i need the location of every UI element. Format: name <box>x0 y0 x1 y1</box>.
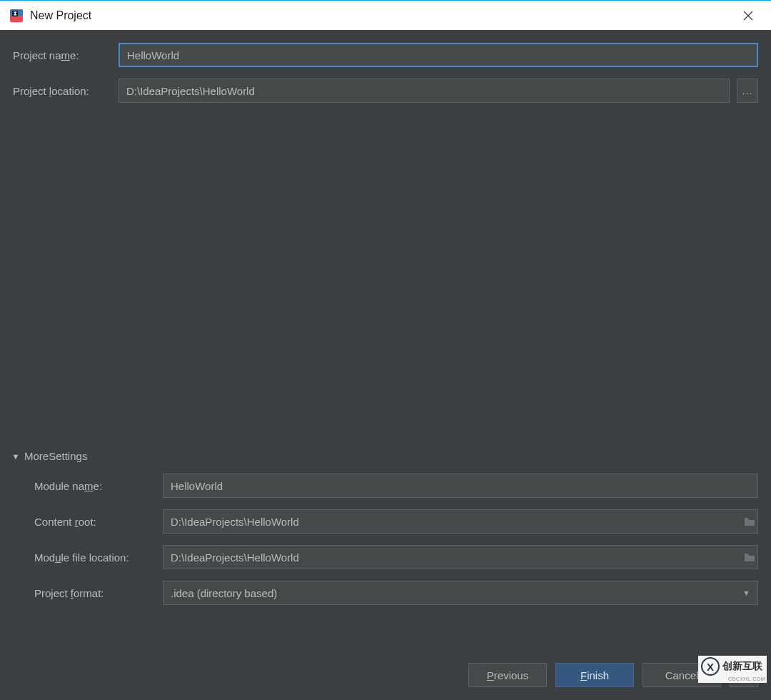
chevron-down-icon: ▼ <box>10 452 21 461</box>
more-settings-body: Module name: HelloWorld Content root: D:… <box>13 474 758 605</box>
content-root-input[interactable]: D:\IdeaProjects\HelloWorld <box>163 509 758 534</box>
folder-icon[interactable] <box>742 552 757 562</box>
project-name-label: Project name: <box>13 49 119 61</box>
project-location-label: Project location: <box>13 85 119 97</box>
previous-button[interactable]: Previous <box>468 663 547 687</box>
module-name-label: Module name: <box>34 480 163 492</box>
project-format-select[interactable]: .idea (directory based) ▼ <box>163 581 758 605</box>
module-file-location-label: Module file location: <box>34 551 163 564</box>
svg-rect-5 <box>14 14 17 15</box>
titlebar: New Project <box>0 0 771 30</box>
browse-button[interactable]: ... <box>737 79 758 103</box>
folder-icon[interactable] <box>742 516 757 526</box>
window-title: New Project <box>30 9 734 22</box>
more-settings-toggle[interactable]: ▼ More Settings <box>10 450 758 462</box>
chevron-down-icon: ▼ <box>742 589 750 597</box>
finish-button[interactable]: Finish <box>555 663 634 687</box>
watermark-icon: X <box>701 657 720 676</box>
watermark: X 创新互联 CDCXHL.COM <box>698 656 767 683</box>
close-button[interactable] <box>734 1 762 30</box>
project-format-label: Project format: <box>34 587 163 599</box>
svg-rect-4 <box>14 11 17 12</box>
project-name-input[interactable]: HelloWorld <box>119 43 758 67</box>
module-name-input[interactable]: HelloWorld <box>163 474 758 498</box>
project-location-input[interactable]: D:\IdeaProjects\HelloWorld <box>119 79 730 103</box>
content-root-label: Content root: <box>34 516 163 528</box>
main-form: Project name: HelloWorld Project locatio… <box>0 30 771 605</box>
module-file-location-input[interactable]: D:\IdeaProjects\HelloWorld <box>163 545 758 569</box>
app-icon <box>9 8 24 24</box>
